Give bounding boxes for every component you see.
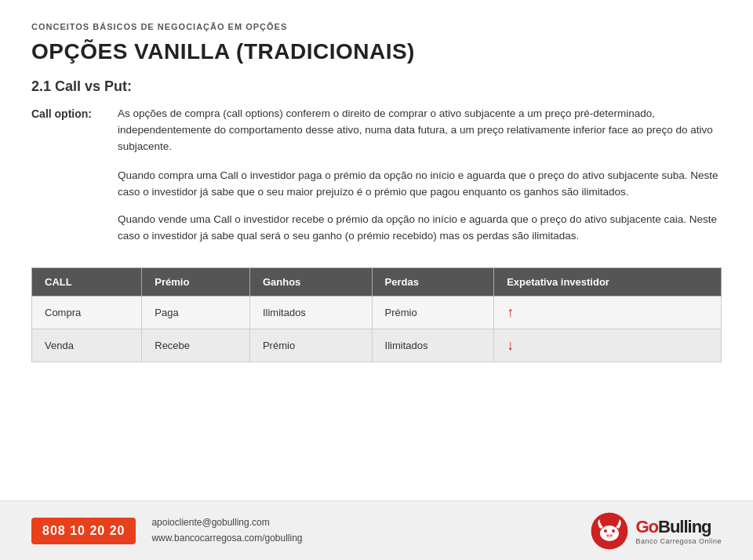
main-title: OPÇÕES VANILLA (TRADICIONAIS) [31,39,722,64]
footer-logo: GoBulling Banco Carregosa Online [590,511,722,551]
call-option-description: As opções de compra (call options) confe… [118,106,722,155]
section-heading: 2.1 Call vs Put: [31,78,722,95]
table-cell-arrow: ↓ [494,329,722,362]
logo-text: GoBulling Banco Carregosa Online [635,517,722,545]
paragraph3: Quando vende uma Call o investidor receb… [118,212,722,245]
table-cell-0: Venda [32,329,142,362]
svg-point-3 [612,529,615,533]
table-row: CompraPagaIlimitadosPrémio↑ [32,296,722,329]
svg-point-5 [607,535,609,536]
table-cell-3: Ilimitados [372,329,494,362]
table-cell-3: Prémio [372,296,494,329]
table-cell-2: Prémio [249,329,372,362]
table-cell-1: Recebe [142,329,250,362]
table-header-call: CALL [32,268,142,296]
logo-bulling: Bulling [658,517,711,537]
gobulling-bull-icon [590,511,629,551]
svg-point-6 [610,535,612,536]
footer-email: apoiocliente@gobulling.com [151,515,590,530]
table-header-ganhos: Ganhos [249,268,372,296]
footer: 808 10 20 20 apoiocliente@gobulling.com … [0,500,753,560]
table-header-perdas: Perdas [372,268,494,296]
svg-point-2 [604,529,607,533]
call-option-label: Call option: [31,106,118,155]
page-subtitle: CONCEITOS BÁSICOS DE NEGOCIAÇÃO EM OPÇÕE… [31,22,722,31]
table-cell-0: Compra [32,296,142,329]
paragraph2: Quando compra uma Call o investidor paga… [118,168,722,201]
footer-contact: apoiocliente@gobulling.com www.bancocarr… [151,515,590,545]
table-header-expetativa: Expetativa investidor [494,268,722,296]
table-header-premio: Prémio [142,268,250,296]
svg-point-4 [606,533,613,538]
footer-website: www.bancocarregosa.com/gobulling [151,531,590,546]
table-cell-2: Ilimitados [249,296,372,329]
table-row: VendaRecebePrémioIlimitados↓ [32,329,722,362]
table-cell-arrow: ↑ [494,296,722,329]
table-cell-1: Paga [142,296,250,329]
logo-go: Go [635,517,658,537]
footer-phone: 808 10 20 20 [31,518,136,544]
call-table: CALL Prémio Ganhos Perdas Expetativa inv… [31,267,722,362]
logo-sub: Banco Carregosa Online [635,537,722,545]
